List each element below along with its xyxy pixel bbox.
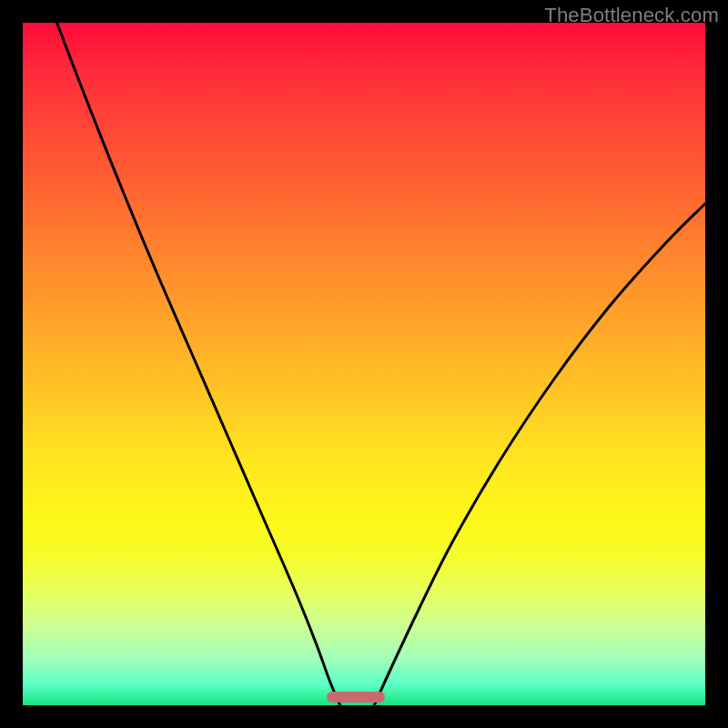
bottleneck-marker [327,692,385,703]
curve-right-branch [374,204,705,705]
curve-layer [23,23,705,705]
curve-left-branch [57,23,340,705]
chart-frame: TheBottleneck.com [0,0,728,728]
watermark-text: TheBottleneck.com [544,4,719,27]
plot-area [23,23,705,705]
